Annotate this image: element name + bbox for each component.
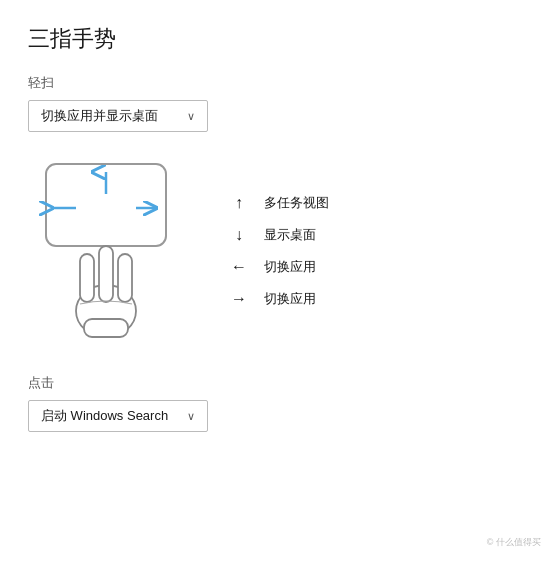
tap-dropdown[interactable]: 启动 Windows Search ∨ <box>28 400 208 432</box>
swipe-dropdown-value: 切换应用并显示桌面 <box>41 107 158 125</box>
arrow-down-icon: ↓ <box>230 226 248 244</box>
legend-item-left: ← 切换应用 <box>230 258 329 276</box>
watermark: © 什么值得买 <box>487 536 541 549</box>
legend-left-text: 切换应用 <box>264 258 316 276</box>
trackpad-illustration <box>28 156 198 346</box>
legend-up-text: 多任务视图 <box>264 194 329 212</box>
legend-item-right: → 切换应用 <box>230 290 329 308</box>
legend-right-text: 切换应用 <box>264 290 316 308</box>
swipe-dropdown[interactable]: 切换应用并显示桌面 ∨ <box>28 100 208 132</box>
svg-rect-6 <box>80 254 94 302</box>
legend-item-up: ↑ 多任务视图 <box>230 194 329 212</box>
tap-section: 点击 启动 Windows Search ∨ <box>28 374 525 432</box>
tap-dropdown-value: 启动 Windows Search <box>41 407 168 425</box>
svg-rect-5 <box>84 319 128 337</box>
svg-rect-8 <box>118 254 132 302</box>
swipe-section: 轻扫 切换应用并显示桌面 ∨ <box>28 74 525 132</box>
arrow-left-icon: ← <box>230 258 248 276</box>
page-title: 三指手势 <box>28 24 525 54</box>
arrow-up-icon: ↑ <box>230 194 248 212</box>
gesture-legend: ↑ 多任务视图 ↓ 显示桌面 ← 切换应用 → 切换应用 <box>230 194 329 308</box>
gesture-area: ↑ 多任务视图 ↓ 显示桌面 ← 切换应用 → 切换应用 <box>28 156 525 346</box>
tap-dropdown-chevron-icon: ∨ <box>187 410 195 423</box>
swipe-dropdown-chevron-icon: ∨ <box>187 110 195 123</box>
legend-down-text: 显示桌面 <box>264 226 316 244</box>
tap-label: 点击 <box>28 374 525 392</box>
arrow-right-icon: → <box>230 290 248 308</box>
legend-item-down: ↓ 显示桌面 <box>230 226 329 244</box>
swipe-label: 轻扫 <box>28 74 525 92</box>
svg-rect-7 <box>99 246 113 302</box>
